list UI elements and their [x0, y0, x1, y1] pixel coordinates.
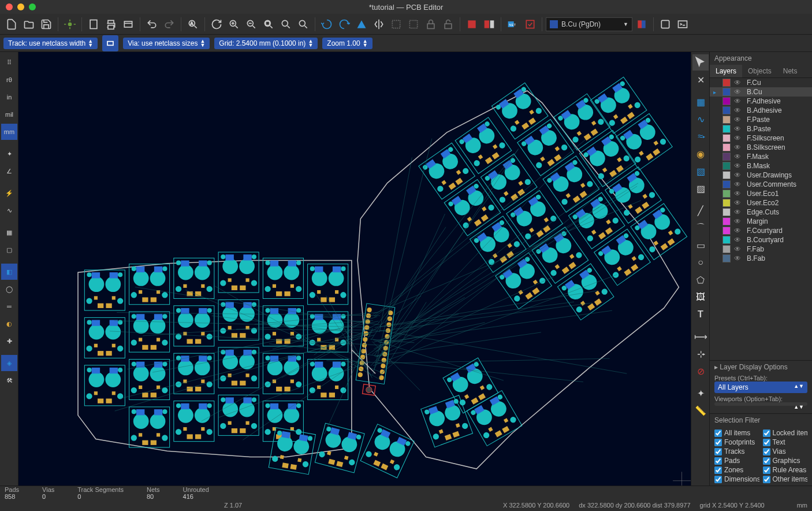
new-file-button[interactable] [3, 16, 20, 32]
contrast-button[interactable]: ◐ [1, 316, 17, 332]
layer-row-f-cu[interactable]: 👁F.Cu [710, 78, 812, 87]
add-image-button[interactable]: 🖼 [692, 289, 709, 305]
zone-fill-button[interactable]: ▦ [1, 224, 17, 240]
layer-row-b-mask[interactable]: 👁B.Mask [710, 161, 812, 171]
add-rule-area-button[interactable]: ▨ [692, 180, 709, 197]
mirror-v-button[interactable] [371, 16, 387, 32]
layer-row-user-eco1[interactable]: 👁User.Eco1 [710, 189, 812, 198]
plot-button[interactable] [120, 16, 136, 32]
measure-button[interactable]: 📏 [692, 402, 709, 419]
redo-button[interactable] [161, 16, 177, 32]
zoom-select[interactable]: Zoom 1.00▲▼ [322, 38, 372, 49]
filter-zones[interactable]: Zones [714, 466, 759, 474]
tab-objects[interactable]: Objects [742, 65, 777, 77]
refresh-button[interactable] [208, 16, 225, 32]
track-width-select[interactable]: Track: use netclass width▲▼ [3, 38, 98, 49]
group-button[interactable] [388, 16, 404, 32]
zoom-selection-button[interactable] [295, 16, 311, 32]
filter-all-items[interactable]: All items [714, 429, 759, 437]
viewports-select[interactable]: ▲▼ [714, 402, 807, 406]
add-dimension-button[interactable]: ⟼ [692, 328, 709, 345]
layer-row-user-eco2[interactable]: 👁User.Eco2 [710, 198, 812, 208]
mm-button[interactable]: mm [1, 124, 17, 140]
filter-dimensions[interactable]: Dimensions [714, 475, 759, 483]
filter-graphics[interactable]: Graphics [763, 457, 808, 465]
net-color-button[interactable]: ✚ [1, 333, 17, 349]
layer-row-f-mask[interactable]: 👁F.Mask [710, 152, 812, 161]
track-sketch-button[interactable]: ═ [1, 298, 17, 314]
display-grid-button[interactable]: ⠿ [1, 54, 17, 71]
delete-button[interactable]: ⊘ [692, 363, 709, 379]
layers-manager-button[interactable]: ◈ [1, 355, 17, 371]
route-track-button[interactable]: ∿ [692, 111, 709, 127]
layer-row-f-fab[interactable]: 👁F.Fab [710, 245, 812, 254]
board-setup-button[interactable] [62, 16, 78, 32]
curved-rats-button[interactable]: ∿ [1, 202, 17, 219]
filter-vias[interactable]: Vias [763, 447, 808, 456]
layer-row-f-courtyard[interactable]: 👁F.Courtyard [710, 226, 812, 235]
draw-poly-button[interactable]: ⬠ [692, 272, 709, 288]
layer-row-edge-cuts[interactable]: 👁Edge.Cuts [710, 208, 812, 217]
layer-row-b-silkscreen[interactable]: 👁B.Silkscreen [710, 143, 812, 152]
rotate-cw-button[interactable] [336, 16, 352, 32]
pcb-canvas[interactable] [18, 52, 691, 486]
mils-button[interactable]: mil [1, 106, 17, 123]
grid-select[interactable]: Grid: 2.5400 mm (0.1000 in)▲▼ [214, 38, 318, 49]
unlock-button[interactable] [440, 16, 456, 32]
zone-outline-button[interactable]: ▢ [1, 242, 17, 258]
grid-origin-button[interactable]: ✦ [692, 385, 709, 401]
layer-row-b-adhesive[interactable]: 👁B.Adhesive [710, 106, 812, 115]
layer-row-margin[interactable]: 👁Margin [710, 217, 812, 226]
filter-footprints[interactable]: Footprints [714, 438, 759, 446]
tab-layers[interactable]: Layers [710, 65, 742, 77]
undo-button[interactable] [144, 16, 160, 32]
tab-nets[interactable]: Nets [777, 65, 803, 77]
layer-row-b-paste[interactable]: 👁B.Paste [710, 124, 812, 134]
route-diff-button[interactable]: ≈▸ [692, 128, 709, 145]
axis-button[interactable]: ∠ [1, 163, 17, 179]
layer-row-f-adhesive[interactable]: 👁F.Adhesive [710, 97, 812, 106]
cursor-snap-button[interactable]: ✦ [1, 146, 17, 162]
find-button[interactable]: A [185, 16, 201, 32]
layers-list[interactable]: 👁F.Cu▸👁B.Cu👁F.Adhesive👁B.Adhesive👁F.Past… [710, 78, 812, 360]
active-layer-select[interactable]: B.Cu (PgDn) ▼ [546, 17, 632, 31]
filter-locked-items[interactable]: Locked items [763, 429, 808, 437]
pad-sketch-button[interactable]: ◧ [1, 264, 17, 280]
filter-text[interactable]: Text [763, 438, 808, 446]
polar-coord-button[interactable]: rθ [1, 72, 17, 88]
zoom-objects-button[interactable] [278, 16, 294, 32]
set-origin-button[interactable]: ⊹▸ [692, 346, 709, 362]
mirror-h-button[interactable] [353, 16, 370, 32]
print-button[interactable] [103, 16, 119, 32]
filter-other-items[interactable]: Other items [763, 475, 808, 483]
draw-circle-button[interactable]: ○ [692, 254, 709, 271]
layer-display-options[interactable]: ▸ Layer Display Options [710, 360, 812, 373]
zoom-out-button[interactable] [243, 16, 259, 32]
rotate-ccw-button[interactable] [319, 16, 335, 32]
via-sketch-button[interactable]: ◯ [1, 281, 17, 297]
update-from-schematic-button[interactable]: NET [505, 16, 521, 32]
add-zone-button[interactable]: ▧ [692, 163, 709, 179]
open-file-button[interactable] [21, 16, 37, 32]
add-footprint-button[interactable]: ▦ [692, 94, 709, 110]
ungroup-button[interactable] [405, 16, 422, 32]
footprint-browser-button[interactable] [481, 16, 497, 32]
layer-row-b-courtyard[interactable]: 👁B.Courtyard [710, 235, 812, 245]
maximize-window-button[interactable] [29, 3, 36, 10]
layer-row-b-fab[interactable]: 👁B.Fab [710, 254, 812, 263]
ratsnest-button[interactable]: ⚡ [1, 185, 17, 201]
close-window-button[interactable] [6, 3, 13, 10]
layer-row-user-drawings[interactable]: 👁User.Drawings [710, 171, 812, 180]
footprint-editor-button[interactable] [464, 16, 480, 32]
lock-button[interactable] [423, 16, 439, 32]
scripting-button[interactable] [675, 16, 691, 32]
via-size-select[interactable]: Via: use netclass sizes▲▼ [123, 38, 210, 49]
layer-row-f-paste[interactable]: 👁F.Paste [710, 115, 812, 124]
filter-pads[interactable]: Pads [714, 457, 759, 465]
save-button[interactable] [38, 16, 54, 32]
properties-button[interactable]: 🛠 [1, 372, 17, 388]
add-text-button[interactable]: T [692, 306, 709, 323]
layer-row-b-cu[interactable]: ▸👁B.Cu [710, 87, 812, 97]
select-tool-button[interactable] [692, 54, 709, 71]
track-width-edit-button[interactable] [102, 35, 118, 51]
